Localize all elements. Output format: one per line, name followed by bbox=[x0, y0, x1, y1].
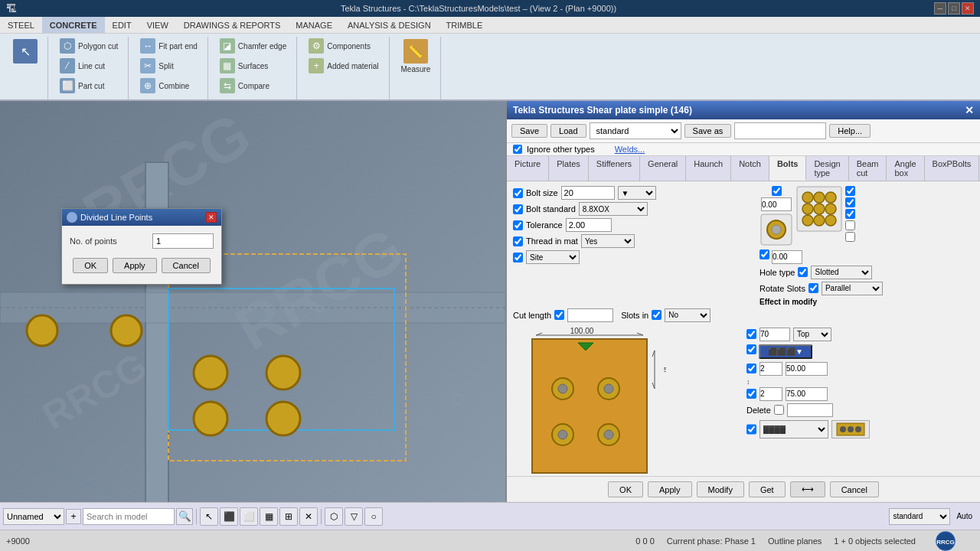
cb1[interactable] bbox=[845, 186, 855, 196]
add-tab-button[interactable]: + bbox=[66, 509, 81, 524]
cb3[interactable] bbox=[845, 209, 855, 219]
tab-boxpbolts[interactable]: BoxPBolts bbox=[925, 156, 980, 181]
menu-manage[interactable]: MANAGE bbox=[288, 17, 340, 33]
count2-input[interactable] bbox=[760, 387, 782, 401]
menu-edit[interactable]: EDIT bbox=[105, 17, 139, 33]
tab-general[interactable]: General bbox=[640, 156, 686, 181]
dialog-title-bar[interactable]: Divided Line Points ✕ bbox=[62, 209, 221, 226]
load-button[interactable]: Load bbox=[550, 124, 586, 138]
thread-checkbox[interactable] bbox=[513, 236, 523, 246]
footer-separator-btn[interactable]: ⟷ bbox=[790, 481, 825, 497]
added-material-button[interactable]: + Added material bbox=[305, 57, 382, 75]
menu-view[interactable]: VIEW bbox=[139, 17, 176, 33]
right-panel-close-button[interactable]: ✕ bbox=[965, 104, 974, 116]
delete-input[interactable] bbox=[787, 403, 833, 417]
bolt-standard-checkbox[interactable] bbox=[513, 204, 523, 214]
thread-select[interactable]: Yes bbox=[581, 234, 635, 248]
hole-type-select[interactable]: Slotted bbox=[811, 266, 872, 279]
tool-btn-3[interactable]: ○ bbox=[364, 507, 383, 526]
combine-button[interactable]: ⊕ Combine bbox=[136, 77, 201, 95]
compare-button[interactable]: ⇆ Compare bbox=[216, 77, 290, 95]
tolerance-checkbox[interactable] bbox=[513, 220, 523, 230]
cb5[interactable] bbox=[845, 232, 855, 242]
maximize-button[interactable]: □ bbox=[948, 2, 960, 15]
cb2[interactable] bbox=[845, 197, 855, 207]
tab-notch[interactable]: Notch bbox=[731, 156, 769, 181]
canvas-area[interactable]: RRCG RRCG RRCG bbox=[0, 101, 505, 502]
footer-cancel-button[interactable]: Cancel bbox=[830, 481, 879, 497]
measure-button[interactable]: 📏 Measure bbox=[397, 37, 435, 76]
rotate-slots-select[interactable]: Parallel bbox=[822, 282, 883, 295]
menu-trimble[interactable]: TRIMBLE bbox=[439, 17, 491, 33]
pos-select[interactable]: Top bbox=[793, 328, 831, 341]
minimize-button[interactable]: ─ bbox=[934, 2, 946, 15]
val2-input[interactable] bbox=[772, 250, 802, 264]
ignore-checkbox[interactable] bbox=[513, 145, 522, 154]
search-button[interactable]: 🔍 bbox=[176, 508, 193, 525]
ok-button[interactable]: OK bbox=[73, 258, 108, 273]
tab-angle-box[interactable]: Angle box bbox=[887, 156, 924, 181]
close-window-button[interactable]: ✕ bbox=[962, 2, 974, 15]
split-button[interactable]: ✂ Split bbox=[136, 57, 201, 75]
conn-type-checkbox[interactable] bbox=[746, 420, 756, 439]
site-checkbox[interactable] bbox=[513, 253, 523, 262]
tool-btn-2[interactable]: ▽ bbox=[345, 507, 363, 526]
pos-checkbox[interactable] bbox=[746, 329, 756, 339]
hole-type-checkbox[interactable] bbox=[798, 267, 808, 277]
bolt-standard-select[interactable]: 8.8XOX bbox=[579, 202, 648, 216]
apply-button[interactable]: Apply bbox=[113, 258, 157, 273]
save-as-button[interactable]: Save as bbox=[684, 124, 732, 138]
connection-type-select[interactable]: ▓▓▓▓ bbox=[760, 420, 828, 439]
delete-checkbox[interactable] bbox=[774, 405, 784, 415]
rotate-slots-checkbox[interactable] bbox=[808, 283, 818, 293]
menu-drawings-reports[interactable]: DRAWINGS & REPORTS bbox=[176, 17, 289, 33]
select-all-btn[interactable]: ↖ bbox=[200, 507, 218, 526]
spacing2-input[interactable] bbox=[786, 387, 828, 401]
tab-haunch[interactable]: Haunch bbox=[686, 156, 731, 181]
welds-link[interactable]: Welds... bbox=[615, 145, 645, 154]
select-btn-5[interactable]: ⊞ bbox=[279, 507, 298, 526]
footer-apply-button[interactable]: Apply bbox=[648, 481, 692, 497]
count1-checkbox[interactable] bbox=[746, 364, 756, 373]
standard-select[interactable]: standard bbox=[590, 122, 681, 139]
bolt-img1-val[interactable] bbox=[761, 197, 792, 211]
tab-beam-cut[interactable]: Beam cut bbox=[849, 156, 887, 181]
bolt-pattern-button[interactable]: ⬛⬛⬛▼ bbox=[759, 344, 812, 359]
pos-input[interactable] bbox=[760, 328, 790, 341]
save-button[interactable]: Save bbox=[511, 124, 547, 138]
select-btn-3[interactable]: ⬜ bbox=[240, 507, 258, 526]
line-cut-button[interactable]: ∕ Line cut bbox=[56, 57, 122, 75]
bolt-size-checkbox[interactable] bbox=[513, 188, 523, 198]
tab-bolts[interactable]: Bolts bbox=[769, 156, 807, 181]
tab-picture[interactable]: Picture bbox=[507, 156, 549, 181]
help-button[interactable]: Help... bbox=[829, 124, 871, 138]
tab-select[interactable]: Unnamed bbox=[3, 508, 64, 525]
slots-in-checkbox[interactable] bbox=[652, 310, 662, 320]
tab-plates[interactable]: Plates bbox=[549, 156, 589, 181]
select-btn-2[interactable]: ⬛ bbox=[220, 507, 238, 526]
components-button[interactable]: ⚙ Components bbox=[305, 37, 382, 55]
chamfer-edge-button[interactable]: ◪ Chamfer edge bbox=[216, 37, 290, 55]
select-btn-4[interactable]: ▦ bbox=[260, 507, 278, 526]
cut-length-input[interactable] bbox=[567, 308, 613, 322]
num-points-input[interactable] bbox=[152, 233, 214, 249]
fit-part-end-button[interactable]: ↔ Fit part end bbox=[136, 37, 201, 55]
bolt-size-input[interactable] bbox=[561, 186, 615, 200]
menu-concrete[interactable]: CONCRETE bbox=[42, 17, 105, 33]
bolt-size-select[interactable]: ▼ bbox=[618, 186, 656, 200]
surfaces-button[interactable]: ▦ Surfaces bbox=[216, 57, 290, 75]
tab-stiffeners[interactable]: Stiffeners bbox=[589, 156, 640, 181]
bolt-img1-checkbox[interactable] bbox=[772, 186, 782, 196]
val2-cb[interactable] bbox=[760, 249, 769, 259]
count2-checkbox[interactable] bbox=[746, 389, 756, 399]
menu-steel[interactable]: STEEL bbox=[0, 17, 42, 33]
cut-length-checkbox[interactable] bbox=[554, 310, 564, 320]
search-input[interactable] bbox=[83, 508, 175, 525]
cb4[interactable] bbox=[845, 220, 855, 230]
select-btn-6[interactable]: ✕ bbox=[299, 507, 318, 526]
site-select[interactable]: Site bbox=[526, 250, 580, 264]
ribbon-select-tool[interactable]: ↖ bbox=[9, 37, 41, 67]
tool-btn-1[interactable]: ⬡ bbox=[325, 507, 343, 526]
tolerance-input[interactable] bbox=[566, 218, 612, 232]
footer-get-button[interactable]: Get bbox=[749, 481, 786, 497]
